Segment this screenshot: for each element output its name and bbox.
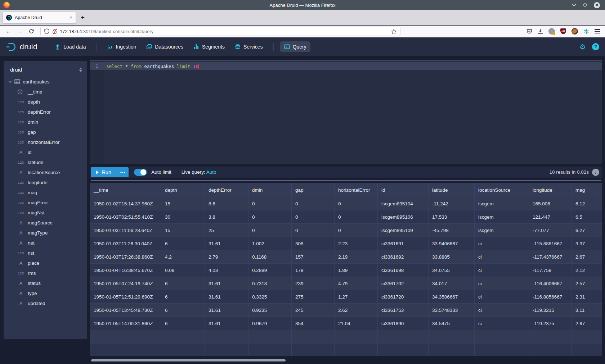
- table-cell[interactable]: 6: [161, 290, 205, 303]
- menu-icon[interactable]: [595, 29, 600, 33]
- nav-load-data[interactable]: Load data: [51, 41, 90, 52]
- table-cell[interactable]: ci: [475, 290, 529, 303]
- table-cell[interactable]: ci: [475, 317, 529, 330]
- table-cell[interactable]: 2.79: [205, 250, 248, 263]
- identity-icon[interactable]: [548, 28, 555, 35]
- table-cell[interactable]: [161, 343, 205, 356]
- table-cell[interactable]: 33.5748333: [429, 304, 475, 317]
- table-cell[interactable]: 275: [292, 290, 335, 303]
- table-cell[interactable]: [529, 330, 572, 343]
- cookie-icon[interactable]: [572, 28, 578, 35]
- table-cell[interactable]: 3.37: [572, 237, 602, 250]
- sidebar-column-status[interactable]: Astatus: [4, 278, 87, 288]
- table-cell[interactable]: -115.8881667: [529, 237, 572, 250]
- table-cell[interactable]: -116.4006667: [529, 277, 572, 290]
- nav-segments[interactable]: Segments: [189, 41, 229, 52]
- table-cell[interactable]: 31.61: [205, 317, 248, 330]
- sidebar-column-id[interactable]: Aid: [4, 147, 87, 157]
- table-cell[interactable]: 0.9235: [248, 304, 292, 317]
- sidebar-column-type[interactable]: Atype: [4, 288, 87, 298]
- table-cell[interactable]: 2.12: [572, 264, 602, 277]
- table-cell[interactable]: 0: [335, 210, 378, 223]
- sidebar-column-magError[interactable]: 123magError: [4, 197, 87, 208]
- table-cell[interactable]: 17.533: [429, 210, 475, 223]
- table-cell[interactable]: 2.57: [572, 277, 602, 290]
- table-cell[interactable]: 1950-01-03T11:26:30.040Z: [90, 237, 161, 250]
- table-cell[interactable]: [205, 330, 248, 343]
- table-cell[interactable]: [378, 330, 429, 343]
- table-cell[interactable]: 1950-01-04T16:38:45.670Z: [90, 264, 161, 277]
- table-cell[interactable]: 6.5: [572, 210, 602, 223]
- table-cell[interactable]: 239: [292, 277, 335, 290]
- sidebar-table-earthquakes[interactable]: earthquakes: [4, 77, 87, 87]
- sidebar-column-updated[interactable]: Aupdated: [4, 298, 87, 308]
- table-cell[interactable]: ci3361691: [378, 237, 429, 250]
- table-cell[interactable]: [335, 330, 378, 343]
- table-cell[interactable]: 2.62: [335, 304, 378, 317]
- table-cell[interactable]: 4.79: [335, 277, 378, 290]
- table-cell[interactable]: iscgem895104: [378, 197, 429, 210]
- table-cell[interactable]: ci3361890: [378, 317, 429, 330]
- table-cell[interactable]: ci: [475, 304, 529, 317]
- table-cell[interactable]: 25: [205, 224, 248, 237]
- download-icon[interactable]: [538, 29, 543, 34]
- table-cell[interactable]: -116.8856667: [529, 290, 572, 303]
- url-text[interactable]: 172.18.0.4:30109/unified-console.html#qu…: [60, 29, 388, 34]
- tab-close-icon[interactable]: ×: [70, 15, 72, 20]
- table-cell[interactable]: 6: [161, 237, 205, 250]
- table-cell[interactable]: 1.89: [335, 264, 378, 277]
- sidebar-column-nst[interactable]: 123nst: [4, 248, 87, 258]
- table-cell[interactable]: [90, 330, 161, 343]
- table-cell[interactable]: [429, 343, 475, 356]
- table-cell[interactable]: 6.12: [572, 197, 602, 210]
- table-cell[interactable]: 31.61: [205, 304, 248, 317]
- table-cell[interactable]: [529, 343, 572, 356]
- sidebar-column-magSource[interactable]: AmagSource: [4, 218, 87, 228]
- close-icon[interactable]: ✕: [594, 2, 600, 8]
- ublock-icon[interactable]: uO: [560, 28, 566, 34]
- sidebar-column-depthError[interactable]: 123depthError: [4, 107, 87, 117]
- sidebar-column-depth[interactable]: 123depth: [4, 97, 87, 107]
- table-cell[interactable]: 33.9406667: [429, 237, 475, 250]
- insecure-lock-icon[interactable]: [52, 29, 57, 34]
- table-cell[interactable]: 1950-01-05T12:51:29.690Z: [90, 290, 161, 303]
- table-cell[interactable]: 1950-01-05T14:00:31.860Z: [90, 317, 161, 330]
- download-results-icon[interactable]: ↓: [592, 169, 599, 176]
- panel-splitter[interactable]: [91, 180, 601, 181]
- reload-button[interactable]: [29, 29, 34, 34]
- table-cell[interactable]: 2.31: [572, 290, 602, 303]
- table-cell[interactable]: -11.242: [429, 197, 475, 210]
- table-cell[interactable]: [475, 343, 529, 356]
- table-cell[interactable]: [475, 330, 529, 343]
- table-cell[interactable]: 6: [161, 277, 205, 290]
- table-cell[interactable]: [205, 343, 248, 356]
- sidebar-column-net[interactable]: Anet: [4, 238, 87, 248]
- column-header-mag[interactable]: mag: [572, 183, 602, 197]
- table-cell[interactable]: 6.27: [572, 224, 602, 237]
- column-header-dmin[interactable]: dmin: [248, 183, 292, 197]
- table-cell[interactable]: 308: [292, 237, 335, 250]
- table-cell[interactable]: 31.61: [205, 277, 248, 290]
- forward-button[interactable]: →: [17, 28, 23, 35]
- table-cell[interactable]: iscgem: [475, 224, 529, 237]
- column-header-longitude[interactable]: longitude: [529, 183, 572, 197]
- sidebar-column-gap[interactable]: 123gap: [4, 127, 87, 137]
- table-cell[interactable]: 3.8: [205, 210, 248, 223]
- run-button[interactable]: Run: [91, 167, 117, 177]
- sort-icon[interactable]: [79, 68, 82, 72]
- table-cell[interactable]: iscgem895109: [378, 224, 429, 237]
- druid-logo[interactable]: druid: [6, 41, 37, 52]
- table-cell[interactable]: 15: [161, 224, 205, 237]
- table-cell[interactable]: ci: [475, 250, 529, 263]
- table-cell[interactable]: [292, 330, 335, 343]
- table-cell[interactable]: [378, 343, 429, 356]
- table-cell[interactable]: 0: [292, 197, 335, 210]
- table-cell[interactable]: 0: [335, 224, 378, 237]
- sidebar-column-mag[interactable]: 123mag: [4, 187, 87, 197]
- url-bar[interactable]: 172.18.0.4:30109/unified-console.html#qu…: [40, 27, 400, 36]
- nav-datasources[interactable]: Datasources: [142, 41, 187, 52]
- table-cell[interactable]: 1950-01-03T17:26:38.860Z: [90, 250, 161, 263]
- nav-query[interactable]: Query: [280, 41, 310, 52]
- table-cell[interactable]: 0.3325: [248, 290, 292, 303]
- table-cell[interactable]: 245: [292, 304, 335, 317]
